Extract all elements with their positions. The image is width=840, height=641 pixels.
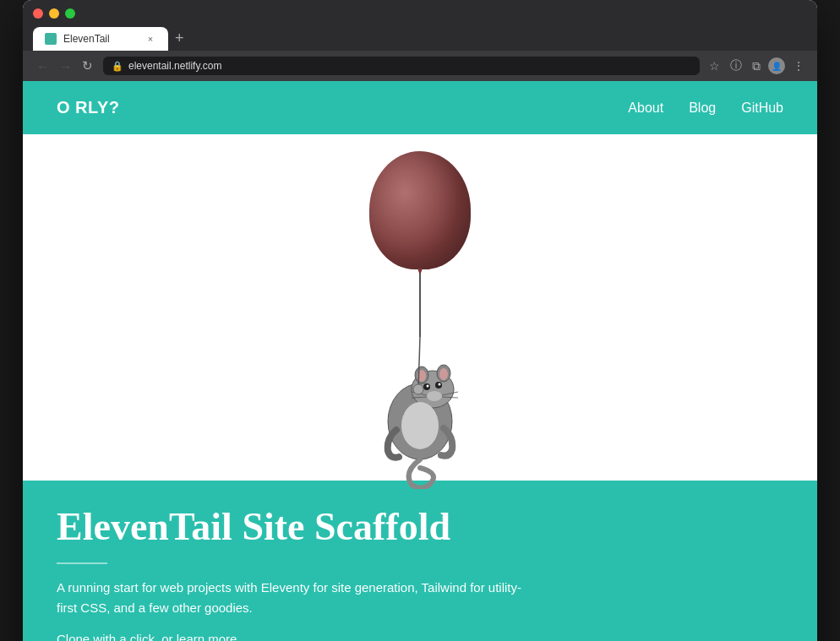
- lock-icon: 🔒: [112, 61, 123, 72]
- maximize-button[interactable]: [65, 8, 75, 19]
- cta-separator: , or: [155, 632, 177, 641]
- svg-point-16: [401, 402, 439, 449]
- hero-banner: ElevenTail Site Scaffold A running start…: [23, 481, 817, 641]
- url-text: eleventail.netlify.com: [128, 60, 222, 72]
- browser-window: ElevenTail × + ← → ↻ 🔒 eleventail.netlif…: [23, 0, 817, 641]
- site-header: O RLY? About Blog GitHub: [23, 81, 817, 134]
- hero-divider: [57, 562, 107, 564]
- hero-description: A running start for web projects with El…: [57, 578, 530, 618]
- traffic-lights: [33, 8, 807, 27]
- clone-link[interactable]: Clone with a click: [57, 632, 155, 641]
- refresh-button[interactable]: ↻: [79, 57, 96, 75]
- svg-point-5: [439, 368, 448, 380]
- menu-icon[interactable]: ⋮: [790, 57, 807, 75]
- close-button[interactable]: [33, 8, 43, 19]
- balloon: [369, 151, 471, 269]
- tab-bar: ElevenTail × +: [33, 27, 807, 51]
- hero-links: Clone with a click, or learn more: [57, 632, 783, 641]
- nav-blog[interactable]: Blog: [689, 100, 716, 116]
- bookmark-icon[interactable]: ☆: [706, 57, 723, 75]
- address-bar-row: ← → ↻ 🔒 eleventail.netlify.com ☆ ⓘ ⧉ 👤 ⋮: [23, 51, 817, 81]
- new-tab-button[interactable]: +: [168, 30, 191, 51]
- site-logo: O RLY?: [57, 98, 120, 117]
- extensions-icon[interactable]: ⧉: [750, 57, 763, 76]
- tab-close-button[interactable]: ×: [145, 33, 156, 45]
- back-button[interactable]: ←: [33, 57, 52, 75]
- toolbar-right: ☆ ⓘ ⧉ 👤 ⋮: [706, 56, 807, 76]
- site-nav: About Blog GitHub: [628, 100, 783, 116]
- possum-area: [23, 134, 817, 489]
- address-box[interactable]: 🔒 eleventail.netlify.com: [103, 57, 700, 75]
- nav-about[interactable]: About: [628, 100, 663, 116]
- balloon-possum: [335, 151, 505, 489]
- tab-title: ElevenTail: [63, 33, 138, 45]
- nav-github[interactable]: GitHub: [741, 100, 783, 116]
- svg-point-9: [439, 383, 441, 386]
- site-content: O RLY? About Blog GitHub: [23, 81, 817, 641]
- tab-favicon: [45, 33, 57, 45]
- browser-tab[interactable]: ElevenTail ×: [33, 27, 168, 51]
- svg-point-18: [413, 384, 423, 394]
- forward-button[interactable]: →: [56, 57, 75, 75]
- svg-point-8: [427, 385, 429, 388]
- balloon-string: [419, 269, 421, 337]
- svg-point-11: [427, 391, 442, 401]
- minimize-button[interactable]: [49, 8, 59, 19]
- nav-buttons: ← → ↻: [33, 57, 96, 75]
- hero-title: ElevenTail Site Scaffold: [57, 506, 783, 549]
- avatar[interactable]: 👤: [768, 57, 785, 74]
- learn-more-link[interactable]: learn more: [177, 632, 237, 641]
- possum-illustration: [335, 337, 505, 489]
- info-icon[interactable]: ⓘ: [728, 56, 745, 76]
- browser-chrome: ElevenTail × +: [23, 0, 817, 51]
